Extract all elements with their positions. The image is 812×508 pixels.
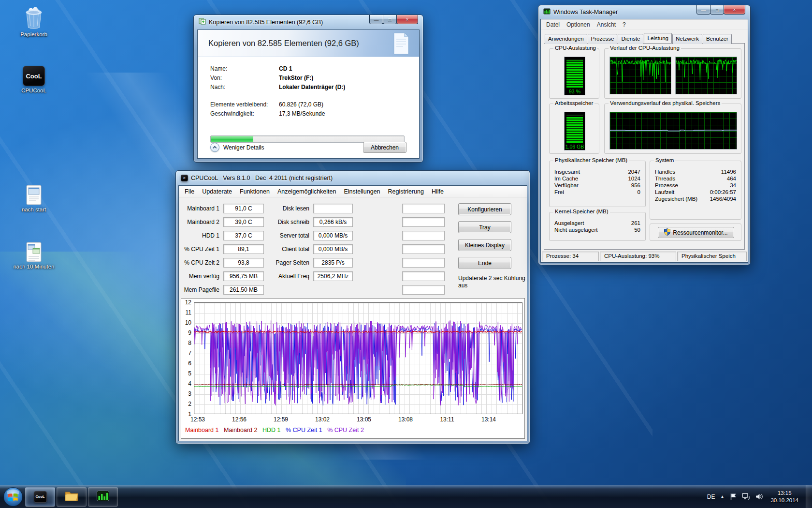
menu-hilfe[interactable]: ? — [619, 20, 629, 29]
less-details-button[interactable]: Weniger Details — [210, 143, 264, 152]
close-button[interactable]: × — [724, 5, 745, 15]
taskbar: CooL DE ▲ 13:15 30.10.2014 — [0, 485, 812, 508]
copy-files-icon — [199, 18, 206, 27]
network-icon[interactable] — [742, 493, 750, 500]
x-tick: 13:05 — [350, 416, 377, 423]
updaterate-note: Updaterate 2 sec Kühlung aus — [458, 275, 526, 289]
empty-field — [402, 285, 445, 295]
maximize-icon: □ — [388, 17, 391, 22]
sensor-label: Mem Pagefile — [179, 285, 219, 295]
recycle-bin-icon — [13, 5, 55, 30]
y-tick: 2 — [181, 401, 191, 407]
x-tick: 12:56 — [226, 416, 253, 423]
taskmanager-title: Windows Task-Manager — [553, 9, 618, 15]
field-value: CD 1 — [279, 65, 292, 72]
group-title: Arbeitsspeicher — [553, 100, 594, 106]
copy-dialog-header: Kopieren von 82.585 Elementen (92,6 GB) — [198, 30, 419, 57]
tray-button[interactable]: Tray — [458, 221, 511, 233]
resource-monitor-label: Ressourcenmonitor... — [673, 229, 727, 236]
io-label: Pager Seiten — [268, 258, 309, 268]
io-value: 2506,2 MHz — [313, 271, 353, 281]
maximize-button[interactable]: □ — [710, 5, 724, 15]
cpucool-icon: CooL — [34, 491, 47, 503]
ende-button[interactable]: Ende — [458, 257, 511, 269]
cpucool-titlebar[interactable]: C CPUCooL Vers 8.1.0 Dec 4 2011 (nicht r… — [176, 171, 530, 185]
desktop-icon-nach-start[interactable]: nach start — [13, 180, 55, 212]
empty-field — [402, 204, 445, 213]
maximize-button[interactable]: □ — [383, 15, 397, 24]
cpucool-icon: CooL — [13, 61, 55, 86]
minimize-button[interactable]: — — [696, 5, 710, 15]
menu-anzeigemoeglichkeiten[interactable]: Anzeigemöglichkeiten — [274, 187, 340, 196]
action-center-icon[interactable] — [729, 493, 737, 501]
tab-netzwerk[interactable]: Netzwerk — [672, 34, 702, 44]
taskbar-button-taskmanager[interactable] — [88, 487, 118, 507]
minimize-button[interactable]: — — [369, 15, 383, 24]
y-tick: 5 — [181, 370, 191, 377]
menu-einstellungen[interactable]: Einstellungen — [340, 187, 384, 196]
menu-datei[interactable]: Datei — [543, 20, 563, 29]
tray-expand-icon[interactable]: ▲ — [721, 494, 725, 499]
document-file-icon — [13, 237, 55, 262]
minimize-icon: — — [374, 17, 379, 22]
stat-label: Im Cache — [554, 176, 578, 181]
menu-ansicht[interactable]: Ansicht — [594, 20, 619, 29]
stat-label: Nicht ausgelagert — [554, 227, 598, 233]
sensor-label: Mainboard 1 — [179, 204, 219, 213]
menu-hilfe[interactable]: Hilfe — [428, 187, 448, 196]
show-desktop-button[interactable] — [806, 485, 812, 508]
tab-dienste[interactable]: Dienste — [618, 34, 643, 44]
resource-monitor-group: Ressourcenmonitor... — [650, 224, 741, 241]
x-tick: 13:11 — [434, 416, 461, 423]
konfigurieren-button[interactable]: Konfigurieren — [458, 203, 511, 215]
taskbar-button-cpucool[interactable]: CooL — [25, 487, 55, 507]
cpu-history-graph — [609, 57, 671, 94]
tab-benutzer[interactable]: Benutzer — [703, 34, 732, 44]
group-title: CPU-Auslastung — [553, 45, 597, 51]
empty-field — [402, 231, 445, 240]
language-indicator[interactable]: DE — [707, 493, 715, 500]
legend-mainboard1: Mainboard 1 — [185, 427, 219, 433]
tab-anwendungen[interactable]: Anwendungen — [545, 34, 587, 44]
tab-leistung[interactable]: Leistung — [644, 33, 671, 43]
io-value: 0,000 MB/s — [313, 231, 353, 240]
legend-hdd1: HDD 1 — [262, 427, 281, 433]
desktop-icon-nach-10-minuten[interactable]: nach 10 Minuten — [13, 237, 55, 269]
menu-registrierung[interactable]: Registrierung — [384, 187, 428, 196]
close-button[interactable]: × — [396, 15, 418, 24]
taskbar-clock[interactable]: 13:15 30.10.2014 — [768, 490, 800, 504]
uac-shield-icon — [664, 228, 670, 237]
cpucool-plot — [194, 302, 522, 414]
stat-value: 1024 — [628, 176, 640, 181]
stat-label: Prozesse — [655, 182, 678, 188]
menu-funktionen[interactable]: Funktionen — [236, 187, 274, 196]
io-label: Disk lesen — [268, 204, 309, 213]
cancel-button[interactable]: Abbrechen — [363, 142, 406, 153]
resource-monitor-button[interactable]: Ressourcenmonitor... — [658, 227, 734, 238]
kleines-display-button[interactable]: Kleines Display — [458, 239, 511, 251]
menu-updaterate[interactable]: Updaterate — [198, 187, 236, 196]
desktop-icon-papierkorb[interactable]: Papierkorb — [13, 5, 55, 37]
stat-label: Verfügbar — [554, 182, 579, 188]
minimize-icon: — — [701, 7, 706, 13]
start-button[interactable] — [2, 486, 24, 508]
group-title: Kernel-Speicher (MB) — [553, 209, 610, 214]
stat-value: 34 — [730, 182, 736, 188]
desktop-icon-cpucool[interactable]: CooL CPUCooL — [13, 61, 55, 93]
sensor-label: Mainboard 2 — [179, 217, 219, 227]
cpu-usage-group: CPU-Auslastung 93 % — [549, 48, 599, 99]
system-tray: DE ▲ 13:15 30.10.2014 — [707, 485, 812, 508]
menu-optionen[interactable]: Optionen — [563, 20, 594, 29]
stat-value: 464 — [727, 176, 736, 181]
volume-icon[interactable] — [755, 493, 763, 500]
menu-file[interactable]: File — [181, 187, 198, 196]
empty-field — [402, 217, 445, 227]
taskbar-button-explorer[interactable] — [57, 487, 87, 507]
stat-value: 2047 — [628, 169, 640, 175]
y-tick: 12 — [181, 299, 191, 306]
sensor-label: % CPU Zeit 1 — [179, 244, 219, 254]
copy-dialog-window: Kopieren von 82.585 Elementen (92,6 GB) … — [193, 15, 423, 163]
stat-value: 0:00:26:57 — [710, 189, 736, 195]
stat-label: Ausgelagert — [554, 220, 584, 226]
tab-prozesse[interactable]: Prozesse — [588, 34, 618, 44]
